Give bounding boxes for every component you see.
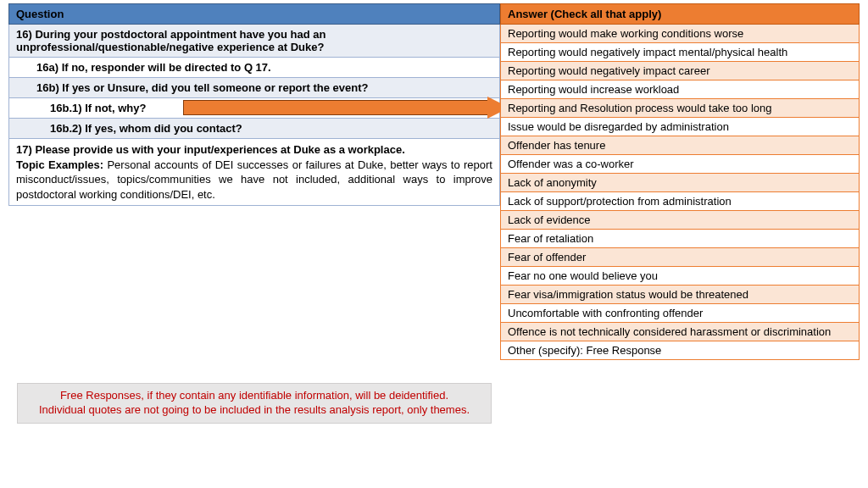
answer-row: Fear visa/immigration status would be th… [500,286,860,304]
question-header: Question [8,3,500,25]
answer-row: Offender was a co-worker [500,155,860,174]
answer-row: Lack of anonymity [500,174,860,192]
answer-row: Lack of support/protection from administ… [500,192,860,211]
answer-row: Reporting would negatively impact career [500,62,860,80]
answer-row: Offence is not technically considered ha… [500,323,860,341]
answer-row: Issue would be disregarded by administra… [500,118,860,136]
answer-row: Reporting and Resolution process would t… [500,99,860,118]
q16a: 16a) If no, responder will be directed t… [8,58,500,78]
answer-row: Fear of retaliation [500,230,860,248]
q16: 16) During your postdoctoral appointment… [8,25,500,58]
answer-row: Uncomfortable with confronting offender [500,304,860,323]
answer-row: Reporting would increase workload [500,80,860,99]
question-column: Question 16) During your postdoctoral ap… [8,3,500,206]
answer-row: Reporting would negatively impact mental… [500,43,860,62]
arrow-icon [183,100,509,115]
q17: 17) Please provide us with your input/ex… [8,139,500,206]
q16b2: 16b.2) If yes, whom did you contact? [8,119,500,139]
answer-row: Offender has tenure [500,136,860,155]
answer-column: Answer (Check all that apply) Reporting … [500,3,860,360]
footer-note: Free Responses, if they contain any iden… [17,383,492,424]
footer-line2: Individual quotes are not going to be in… [39,403,470,416]
q17-title: 17) Please provide us with your input/ex… [16,143,405,156]
answer-row: Other (specify): Free Response [500,341,860,360]
answer-header: Answer (Check all that apply) [500,3,860,25]
q16b1-text: 16b.1) If not, why? [50,102,146,114]
answer-row: Fear no one would believe you [500,267,860,286]
answer-row: Fear of offender [500,248,860,267]
answer-row: Lack of evidence [500,211,860,230]
q16b1: 16b.1) If not, why? [8,98,500,119]
q16b: 16b) If yes or Unsure, did you tell some… [8,78,500,98]
answer-row: Reporting would make working conditions … [500,25,860,43]
footer-line1: Free Responses, if they contain any iden… [60,389,448,402]
q17-topic-label: Topic Examples: [16,158,107,171]
